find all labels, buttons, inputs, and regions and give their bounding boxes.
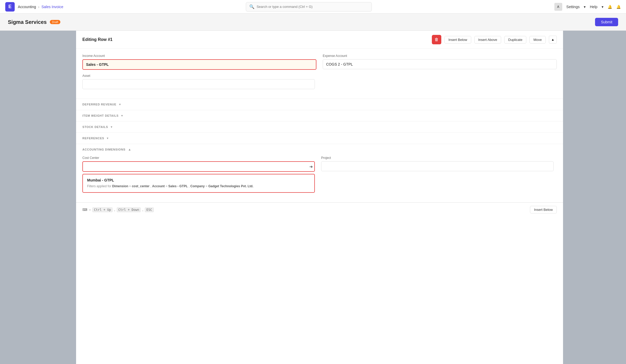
collapse-button[interactable]: ▲ bbox=[549, 36, 557, 44]
eq3: = bbox=[206, 184, 208, 188]
page-title: Sigma Services bbox=[8, 19, 47, 25]
deferred-revenue-section: DEFERRED REVENUE ▾ bbox=[76, 99, 563, 110]
breadcrumb-accounting[interactable]: Accounting bbox=[18, 5, 36, 9]
deferred-revenue-title: DEFERRED REVENUE bbox=[82, 103, 116, 106]
avatar: A bbox=[554, 3, 562, 11]
global-search[interactable]: 🔍 bbox=[246, 2, 372, 12]
account-value: Sales - GTPL bbox=[168, 184, 188, 188]
panel-header: Editing Row #1 🗑 Insert Below Insert Abo… bbox=[76, 31, 563, 49]
expense-account-input[interactable] bbox=[323, 59, 557, 69]
project-field: Project bbox=[321, 156, 554, 193]
cost-center-field: Cost Center ➜ Mumbai - GTPL Filte bbox=[82, 156, 315, 193]
breadcrumb-sep1: › bbox=[38, 5, 39, 9]
submit-button[interactable]: Submit bbox=[595, 18, 618, 26]
comma1: , bbox=[114, 208, 115, 212]
right-panel bbox=[563, 31, 626, 364]
project-label: Project bbox=[321, 156, 554, 160]
comma-sep2: , bbox=[189, 184, 190, 188]
chevron-down-icon-stock: ▾ bbox=[111, 125, 112, 129]
breadcrumb-sales-invoice[interactable]: Sales Invoice bbox=[41, 5, 63, 9]
accounting-dimensions-section: ACCOUNTING DIMENSIONS ▲ Cost Center ➜ bbox=[76, 144, 563, 202]
settings-button[interactable]: Settings bbox=[566, 5, 580, 9]
references-title: REFERENCES bbox=[82, 137, 104, 140]
item-weight-header[interactable]: ITEM WEIGHT DETAILS ▾ bbox=[76, 110, 563, 121]
bottom-bar: ⌨ – Ctrl + Up , Ctrl + Down , ESC Insert… bbox=[76, 202, 563, 217]
asset-row: Asset bbox=[82, 74, 557, 89]
chevron-down-icon-references: ▾ bbox=[107, 136, 108, 140]
keyboard-icon: ⌨ bbox=[82, 208, 87, 212]
top-navigation: E Accounting › Sales Invoice 🔍 A Setting… bbox=[0, 0, 626, 14]
notification-icon[interactable]: 🔔 bbox=[608, 5, 612, 9]
search-icon: 🔍 bbox=[249, 4, 254, 9]
dropdown-item-mumbai[interactable]: Mumbai - GTPL Filters applied for Dimens… bbox=[83, 174, 314, 192]
company-value: Gadget Technologies Pvt. Ltd. bbox=[208, 184, 253, 188]
draft-badge: Draft bbox=[50, 20, 60, 24]
expense-account-label: Expense Account bbox=[323, 54, 557, 58]
insert-above-button[interactable]: Insert Above bbox=[474, 36, 501, 44]
company-label: Company bbox=[190, 184, 205, 188]
asset-label: Asset bbox=[82, 74, 315, 78]
expense-account-field: Expense Account bbox=[323, 54, 557, 70]
stock-details-title: STOCK DETAILS bbox=[82, 125, 108, 129]
dimension-value: cost_center bbox=[132, 184, 149, 188]
references-section: REFERENCES ▾ bbox=[76, 133, 563, 144]
account-row: Income Account Expense Account bbox=[82, 54, 557, 70]
move-button[interactable]: Move bbox=[529, 36, 546, 44]
project-input[interactable] bbox=[321, 161, 554, 171]
bottom-insert-below-button[interactable]: Insert Below bbox=[530, 206, 557, 213]
dimension-label: Dimension bbox=[112, 184, 128, 188]
accounting-dimensions-title: ACCOUNTING DIMENSIONS bbox=[82, 148, 125, 151]
dropdown-item-desc: Filters applied for Dimension = cost_cen… bbox=[87, 184, 310, 189]
cost-center-input-wrap: ➜ bbox=[82, 161, 315, 172]
duplicate-button[interactable]: Duplicate bbox=[504, 36, 526, 44]
asset-field: Asset bbox=[82, 74, 315, 89]
page-background: Sigma Services Draft Submit Editing Row … bbox=[0, 14, 626, 364]
stock-details-header[interactable]: STOCK DETAILS ▾ bbox=[76, 121, 563, 132]
left-sidebar bbox=[0, 31, 76, 364]
bottom-bar-dash: – bbox=[89, 208, 91, 212]
income-account-input[interactable] bbox=[82, 59, 316, 70]
cost-center-label: Cost Center bbox=[82, 156, 315, 160]
income-account-field: Income Account bbox=[82, 54, 316, 70]
cost-center-arrow-button[interactable]: ➜ bbox=[309, 164, 313, 169]
item-weight-section: ITEM WEIGHT DETAILS ▾ bbox=[76, 110, 563, 121]
stock-details-section: STOCK DETAILS ▾ bbox=[76, 121, 563, 133]
comma-sep1: , bbox=[150, 184, 152, 188]
comma2: , bbox=[142, 208, 143, 212]
account-label: Account bbox=[152, 184, 165, 188]
esc-kbd: ESC bbox=[145, 207, 154, 212]
search-input[interactable] bbox=[257, 5, 368, 9]
chevron-down-icon-deferred: ▾ bbox=[119, 103, 121, 106]
edit-panel: Editing Row #1 🗑 Insert Below Insert Abo… bbox=[76, 31, 563, 364]
account-section: Income Account Expense Account Asset bbox=[76, 49, 563, 99]
accounting-dimensions-header[interactable]: ACCOUNTING DIMENSIONS ▲ bbox=[76, 144, 563, 155]
accounting-row: Cost Center ➜ Mumbai - GTPL Filte bbox=[82, 156, 557, 193]
panel-title: Editing Row #1 bbox=[82, 37, 429, 42]
page-header: Sigma Services Draft Submit bbox=[0, 14, 626, 31]
breadcrumb: Accounting › Sales Invoice bbox=[18, 5, 63, 9]
nav-right: A Settings ▾ Help ▾ 🔔 🔔 bbox=[554, 3, 621, 11]
bell-icon[interactable]: 🔔 bbox=[616, 5, 621, 9]
item-weight-title: ITEM WEIGHT DETAILS bbox=[82, 114, 119, 117]
cost-center-input[interactable] bbox=[82, 161, 315, 172]
insert-below-button[interactable]: Insert Below bbox=[444, 36, 471, 44]
main-content: Editing Row #1 🗑 Insert Below Insert Abo… bbox=[0, 31, 626, 364]
chevron-up-icon-accounting: ▲ bbox=[128, 148, 131, 151]
accounting-dimensions-body: Cost Center ➜ Mumbai - GTPL Filte bbox=[76, 155, 563, 202]
deferred-revenue-header[interactable]: DEFERRED REVENUE ▾ bbox=[76, 99, 563, 110]
ctrl-up-kbd: Ctrl + Up bbox=[92, 207, 113, 212]
ctrl-down-kbd: Ctrl + Down bbox=[117, 207, 141, 212]
dropdown-item-name: Mumbai - GTPL bbox=[87, 178, 310, 182]
help-button[interactable]: Help bbox=[590, 5, 597, 9]
app-logo: E bbox=[5, 2, 15, 12]
chevron-down-icon: ▾ bbox=[584, 5, 586, 9]
cost-center-dropdown: Mumbai - GTPL Filters applied for Dimens… bbox=[82, 174, 315, 193]
eq2: = bbox=[166, 184, 168, 188]
eq1: = bbox=[129, 184, 132, 188]
income-account-label: Income Account bbox=[82, 54, 316, 58]
delete-button[interactable]: 🗑 bbox=[432, 35, 441, 44]
asset-input[interactable] bbox=[82, 79, 315, 89]
filters-label: Filters applied for bbox=[87, 184, 111, 188]
references-header[interactable]: REFERENCES ▾ bbox=[76, 133, 563, 144]
chevron-down-icon-help: ▾ bbox=[602, 5, 603, 9]
